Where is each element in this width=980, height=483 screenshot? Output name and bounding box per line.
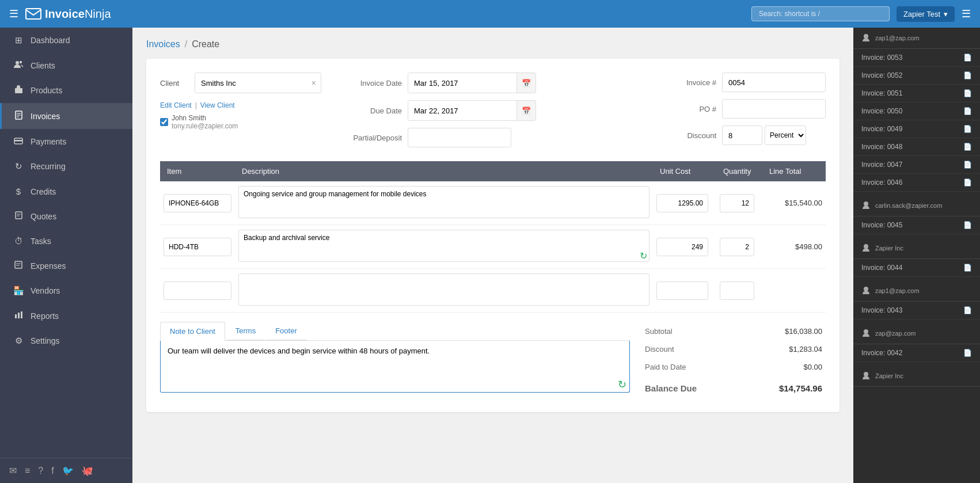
panel-invoice-0047[interactable]: Invoice: 0047 📄 (853, 156, 980, 174)
svg-point-2 (20, 61, 22, 63)
row1-qty-cell (716, 181, 762, 225)
notes-section: Note to Client Terms Footer Our team wil… (160, 322, 630, 398)
row3-desc-textarea[interactable] (238, 273, 649, 306)
user-menu-button[interactable]: Zapier Test ▾ (897, 6, 955, 22)
panel-invoice-0045[interactable]: Invoice: 0045 📄 (853, 216, 980, 234)
line-items-table: Item Description Unit Cost Quantity Line… (160, 161, 826, 313)
row3-qty-input[interactable] (720, 282, 754, 300)
client-clear-button[interactable]: × (307, 78, 321, 88)
table-header-row: Item Description Unit Cost Quantity Line… (160, 161, 826, 181)
table-row (160, 269, 826, 313)
discount-type-select[interactable]: Percent Amount (765, 125, 806, 145)
header-menu-icon[interactable]: ☰ (962, 7, 971, 20)
row3-item-cell (160, 269, 235, 313)
row2-desc-textarea[interactable]: Backup and archival service (238, 230, 649, 262)
sidebar-item-reports[interactable]: Reports (0, 303, 132, 328)
row1-qty-input[interactable] (720, 194, 754, 212)
sidebar-item-invoices[interactable]: Invoices (0, 103, 132, 129)
client-input[interactable] (195, 73, 307, 93)
panel-invoice-0042[interactable]: Invoice: 0042 📄 (853, 344, 980, 362)
client-column: Client × Edit Client | View Client (160, 73, 321, 130)
row1-cost-input[interactable] (656, 194, 708, 212)
paid-to-date-row: Paid to Date $0.00 (643, 359, 825, 375)
invoice-file-icon: 📄 (963, 178, 972, 187)
view-client-link[interactable]: View Client (200, 101, 235, 109)
panel-invoice-0043[interactable]: Invoice: 0043 📄 (853, 302, 980, 320)
sidebar-mail-icon[interactable]: ✉ (9, 465, 17, 476)
invoice-card: Client × Edit Client | View Client (146, 59, 840, 412)
main-layout: ⊞ Dashboard Clients Products Invoices (0, 28, 980, 483)
row2-refresh-icon[interactable]: ↻ (640, 250, 647, 261)
sidebar-list-icon[interactable]: ≡ (25, 466, 30, 476)
panel-email-3: zap1@zap.com (875, 287, 920, 294)
tab-note-to-client[interactable]: Note to Client (160, 322, 225, 341)
po-num-input[interactable] (722, 99, 826, 119)
sidebar-item-vendors[interactable]: 🏪 Vendors (0, 278, 132, 303)
svg-point-19 (864, 34, 868, 39)
note-textarea[interactable]: Our team will deliver the devices and be… (160, 341, 630, 393)
sidebar-item-quotes[interactable]: Quotes (0, 204, 132, 229)
sidebar-item-clients[interactable]: Clients (0, 53, 132, 78)
invoice-date-input[interactable] (408, 73, 516, 93)
user-icon-2 (861, 201, 871, 210)
paid-to-date-label: Paid to Date (643, 359, 740, 375)
logo-light: Ninja (85, 7, 111, 20)
tab-terms[interactable]: Terms (226, 322, 265, 340)
invoice-num-input[interactable] (722, 73, 826, 92)
panel-invoice-0044[interactable]: Invoice: 0044 📄 (853, 259, 980, 277)
sidebar-twitter-icon[interactable]: 🐦 (62, 465, 74, 476)
panel-invoice-0052[interactable]: Invoice: 0052 📄 (853, 67, 980, 85)
panel-invoice-0053[interactable]: Invoice: 0053 📄 (853, 49, 980, 67)
right-panel-company-1: Zapier Inc (853, 238, 980, 259)
breadcrumb-invoices-link[interactable]: Invoices (146, 39, 180, 50)
due-date-calendar-icon[interactable]: 📅 (516, 101, 535, 120)
balance-due-label: Balance Due (643, 376, 740, 397)
row1-item-input[interactable] (164, 194, 231, 212)
sidebar-item-tasks[interactable]: ⏱ Tasks (0, 229, 132, 253)
sidebar-label-recurring: Recurring (31, 162, 66, 171)
row2-qty-input[interactable] (720, 238, 754, 256)
partial-deposit-input[interactable] (408, 128, 511, 147)
search-input[interactable] (751, 6, 890, 21)
panel-invoice-0048[interactable]: Invoice: 0048 📄 (853, 138, 980, 156)
sidebar-item-dashboard[interactable]: ⊞ Dashboard (0, 28, 132, 53)
right-panel-user-3: zap1@zap.com (853, 280, 980, 302)
sidebar-help-icon[interactable]: ? (38, 466, 43, 476)
header-right: Zapier Test ▾ ☰ (751, 6, 971, 22)
svg-rect-10 (16, 212, 22, 219)
discount-value-input[interactable] (722, 125, 762, 145)
user-icon-4 (861, 329, 871, 338)
invoice-file-icon: 📄 (963, 221, 972, 229)
sidebar-item-expenses[interactable]: Expenses (0, 253, 132, 278)
panel-invoice-0046[interactable]: Invoice: 0046 📄 (853, 174, 980, 192)
invoices-icon (13, 111, 24, 121)
sidebar-item-recurring[interactable]: ↻ Recurring (0, 154, 132, 179)
edit-client-link[interactable]: Edit Client (160, 101, 192, 109)
due-date-input[interactable] (408, 101, 516, 120)
row2-cost-input[interactable] (656, 238, 708, 256)
sidebar-item-payments[interactable]: Payments (0, 129, 132, 154)
hamburger-icon[interactable]: ☰ (9, 7, 18, 20)
row2-item-cell (160, 225, 235, 269)
invoice-date-calendar-icon[interactable]: 📅 (516, 73, 535, 93)
sidebar-label-invoices: Invoices (31, 112, 60, 121)
row3-cost-input[interactable] (656, 282, 708, 300)
panel-invoice-0050[interactable]: Invoice: 0050 📄 (853, 102, 980, 120)
sidebar-item-credits[interactable]: $ Credits (0, 179, 132, 204)
sidebar-github-icon[interactable]: 🐙 (82, 465, 93, 476)
panel-invoice-0049[interactable]: Invoice: 0049 📄 (853, 120, 980, 138)
row1-desc-textarea[interactable]: Ongoing service and group management for… (238, 186, 649, 218)
panel-invoice-0051[interactable]: Invoice: 0051 📄 (853, 85, 980, 102)
invoice-num-row: Invoice # (670, 73, 826, 92)
sidebar-item-products[interactable]: Products (0, 78, 132, 103)
tab-footer[interactable]: Footer (266, 322, 306, 340)
sidebar-facebook-icon[interactable]: f (51, 466, 54, 476)
sidebar: ⊞ Dashboard Clients Products Invoices (0, 28, 132, 483)
note-refresh-icon[interactable]: ↻ (618, 378, 626, 391)
th-unit-cost: Unit Cost (653, 161, 716, 181)
contact-checkbox[interactable] (160, 118, 168, 126)
logo: InvoiceNinja (25, 7, 111, 21)
row3-item-input[interactable] (164, 282, 231, 300)
row2-item-input[interactable] (164, 238, 231, 256)
sidebar-item-settings[interactable]: ⚙ Settings (0, 328, 132, 353)
